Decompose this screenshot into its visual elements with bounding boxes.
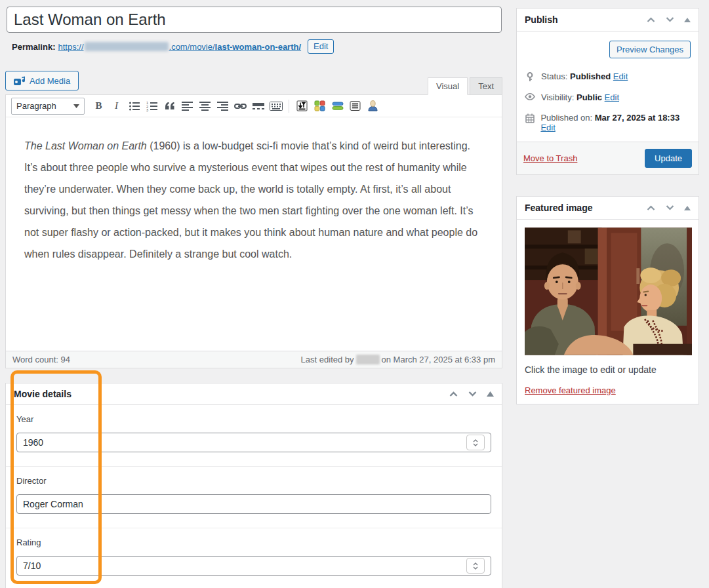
italic-icon[interactable]: I — [108, 98, 125, 114]
editor-mode-tabs: Visual Text — [428, 77, 502, 95]
movie-details-header[interactable]: Movie details — [6, 383, 502, 405]
publish-panel-controls — [646, 16, 691, 23]
visibility-edit-link[interactable]: Edit — [605, 92, 619, 102]
toolbar-separator — [289, 100, 289, 113]
format-dropdown-value: Paragraph — [16, 101, 56, 111]
publish-panel-header[interactable]: Publish — [517, 9, 699, 31]
toggle-panel-icon[interactable] — [684, 18, 691, 22]
pin-icon — [525, 72, 535, 82]
add-media-icon — [14, 76, 26, 86]
featured-image-body: Click the image to edit or update Remove… — [517, 220, 699, 404]
year-field-group: Year — [6, 405, 502, 466]
editor-top-bar: Add Media Visual Text — [5, 71, 502, 94]
editor-content[interactable]: The Last Woman on Earth (1960) is a low-… — [6, 117, 502, 351]
calendar-icon — [525, 113, 535, 123]
publish-title: Publish — [525, 14, 558, 25]
page-break-icon[interactable] — [293, 98, 311, 114]
editor-status-bar: Word count: 94 Last edited by on March 2… — [6, 351, 502, 368]
align-right-icon[interactable] — [214, 98, 232, 114]
move-up-icon[interactable] — [646, 205, 656, 211]
rating-stepper[interactable] — [466, 558, 485, 574]
featured-image-title: Featured image — [525, 203, 592, 213]
publish-panel: Publish Preview Changes Status: Publishe… — [516, 8, 699, 175]
post-editor-column: Permalink: https://.com/movie/last-woman… — [5, 7, 502, 588]
add-media-label: Add Media — [30, 76, 70, 86]
director-input[interactable] — [16, 494, 491, 514]
paragraph-text: (1960) is a low-budget sci-fi movie that… — [24, 140, 477, 260]
layout-grid-icon[interactable] — [311, 98, 329, 114]
featured-image-panel: Featured image — [516, 196, 699, 404]
move-to-trash-link[interactable]: Move to Trash — [523, 153, 577, 163]
move-up-icon[interactable] — [646, 16, 656, 23]
link-icon[interactable] — [232, 98, 249, 114]
featured-image-caption: Click the image to edit or update — [525, 364, 691, 375]
move-down-icon[interactable] — [665, 205, 675, 211]
director-field-group: Director — [6, 466, 502, 528]
permalink-label: Permalink: — [12, 42, 55, 52]
user-profile-icon[interactable] — [364, 98, 382, 114]
publish-panel-footer: Move to Trash Update — [517, 142, 699, 174]
publish-panel-body: Preview Changes Status: Published Edit V… — [517, 31, 699, 142]
bold-icon[interactable]: B — [90, 98, 108, 114]
notes-icon[interactable] — [346, 98, 364, 114]
tab-visual[interactable]: Visual — [428, 77, 468, 95]
update-button[interactable]: Update — [645, 149, 692, 168]
remove-featured-image-link[interactable]: Remove featured image — [525, 385, 616, 395]
status-row: Status: Published Edit — [523, 66, 692, 87]
bulleted-list-icon[interactable] — [125, 98, 143, 114]
post-paragraph: The Last Woman on Earth (1960) is a low-… — [24, 135, 482, 265]
status-text: Status: Published Edit — [541, 71, 628, 81]
move-up-icon[interactable] — [449, 391, 458, 397]
redacted-username — [356, 355, 380, 364]
metabox-controls — [449, 391, 494, 397]
published-on-edit-link[interactable]: Edit — [540, 123, 555, 132]
featured-image-controls — [646, 205, 691, 211]
post-title-input[interactable] — [7, 7, 502, 33]
move-down-icon[interactable] — [665, 16, 675, 23]
toggle-panel-icon[interactable] — [684, 206, 691, 210]
chevron-down-icon — [73, 104, 79, 108]
status-edit-link[interactable]: Edit — [613, 71, 628, 81]
permalink: Permalink: https://.com/movie/last-woman… — [7, 39, 502, 54]
featured-image-thumbnail[interactable] — [525, 227, 692, 355]
add-media-button[interactable]: Add Media — [5, 71, 79, 90]
rating-field-group: Rating — [6, 528, 502, 588]
preview-changes-button[interactable]: Preview Changes — [609, 41, 691, 58]
paragraph-format-dropdown[interactable]: Paragraph — [11, 98, 85, 115]
metabox-title: Movie details — [14, 389, 71, 399]
tab-text[interactable]: Text — [470, 77, 502, 95]
horizontal-bars-icon[interactable] — [329, 98, 346, 114]
published-on-text: Published on: Mar 27, 2025 at 18:33 Edit — [540, 113, 691, 132]
year-label: Year — [16, 414, 491, 424]
year-input[interactable] — [16, 433, 491, 452]
last-edited: Last edited by on March 27, 2025 at 6:33… — [301, 355, 495, 364]
rating-label: Rating — [16, 538, 491, 547]
move-down-icon[interactable] — [468, 391, 477, 397]
read-more-icon[interactable] — [249, 98, 267, 114]
movie-title-italic: The Last Woman on Earth — [24, 140, 147, 151]
keyboard-icon[interactable] — [267, 98, 285, 114]
word-count: Word count: 94 — [12, 355, 70, 364]
svg-text:3: 3 — [146, 108, 148, 111]
permalink-link[interactable]: https://.com/movie/last-woman-on-earth/ — [58, 42, 301, 52]
blockquote-icon[interactable] — [161, 98, 178, 114]
visibility-text: Visibility: Public Edit — [541, 92, 619, 102]
featured-image-header[interactable]: Featured image — [517, 197, 699, 220]
eye-icon — [525, 93, 535, 100]
align-center-icon[interactable] — [196, 98, 214, 114]
permalink-edit-button[interactable]: Edit — [308, 39, 334, 54]
editor-toolbar: Paragraph B I 123 — [6, 95, 502, 117]
director-label: Director — [16, 476, 491, 486]
editor-frame: Paragraph B I 123 — [5, 94, 502, 368]
align-left-icon[interactable] — [178, 98, 196, 114]
movie-details-metabox: Movie details Year Director — [5, 383, 502, 588]
rating-input[interactable] — [16, 556, 491, 576]
visibility-row: Visibility: Public Edit — [523, 87, 692, 108]
redacted-domain — [85, 42, 169, 51]
numbered-list-icon[interactable]: 123 — [143, 98, 161, 114]
sidebar: Publish Preview Changes Status: Publishe… — [516, 8, 699, 404]
published-on-row: Published on: Mar 27, 2025 at 18:33 Edit — [523, 108, 692, 138]
year-stepper[interactable] — [466, 435, 485, 450]
toggle-panel-icon[interactable] — [487, 391, 494, 397]
